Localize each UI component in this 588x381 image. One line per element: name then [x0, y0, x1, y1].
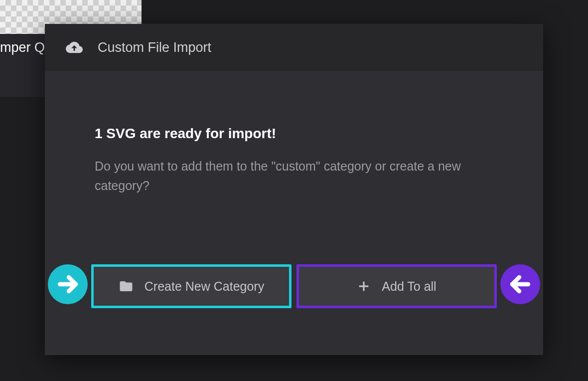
modal-actions: Create New Category Add To all — [45, 264, 543, 308]
create-new-category-button[interactable]: Create New Category — [91, 264, 292, 308]
add-to-all-button[interactable]: Add To all — [296, 264, 497, 308]
modal-body: 1 SVG are ready for import! Do you want … — [45, 71, 543, 355]
add-to-all-label: Add To all — [382, 279, 436, 294]
folder-icon — [119, 279, 134, 294]
nav-left-arrow-circle[interactable] — [500, 264, 540, 304]
create-new-category-label: Create New Category — [145, 279, 264, 294]
cloud-upload-icon — [66, 39, 83, 56]
modal-title: Custom File Import — [98, 40, 211, 55]
modal-header: Custom File Import — [45, 24, 543, 71]
arrow-left-icon — [508, 272, 532, 296]
import-headline: 1 SVG are ready for import! — [95, 126, 493, 142]
import-modal: Custom File Import 1 SVG are ready for i… — [45, 24, 543, 355]
background-partial-label: mper Q — [0, 40, 50, 59]
import-description: Do you want to add them to the "custom" … — [95, 157, 483, 195]
arrow-right-icon — [56, 272, 80, 296]
nav-right-arrow-circle[interactable] — [48, 264, 88, 304]
plus-icon — [357, 279, 371, 293]
